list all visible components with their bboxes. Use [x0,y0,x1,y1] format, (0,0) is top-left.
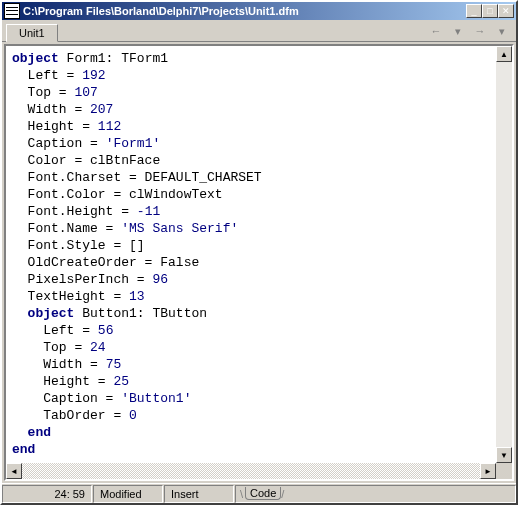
scroll-track[interactable] [22,463,480,479]
number: 207 [90,102,113,117]
code-text: Font.Height = [12,204,137,219]
code-text: OldCreateOrder = False [12,254,490,271]
code-text: Top = [12,85,74,100]
code-text: TextHeight = [12,289,129,304]
editor-area: object Form1: TForm1 Left = 192 Top = 10… [2,42,516,483]
code-text: Left = [12,68,82,83]
editor-container: object Form1: TForm1 Left = 192 Top = 10… [4,44,514,481]
code-text: Color = clBtnFace [12,152,490,169]
tab-bar: Unit1 ← ▾ → ▾ [2,20,516,42]
horizontal-scrollbar[interactable]: ◄ ► [6,463,512,479]
scroll-up-icon[interactable]: ▲ [496,46,512,62]
scroll-down-icon[interactable]: ▼ [496,447,512,463]
keyword: end [12,425,51,440]
nav-buttons: ← ▾ → ▾ [426,23,516,41]
document-icon [4,3,20,19]
code-text: Width = [12,102,90,117]
number: 56 [98,323,114,338]
nav-dropdown-icon[interactable]: ▾ [448,23,468,39]
tab-unit1[interactable]: Unit1 [6,24,58,42]
keyword: end [12,442,35,457]
maximize-button[interactable]: □ [482,4,498,18]
nav-back-button[interactable]: ← [426,23,446,39]
titlebar[interactable]: C:\Program Files\Borland\Delphi7\Project… [2,2,516,20]
close-button[interactable]: ✕ [498,4,514,18]
code-text: TabOrder = [12,408,129,423]
insert-mode: Insert [164,485,234,503]
number: 75 [106,357,122,372]
code-text: Caption = [12,391,121,406]
number: -11 [137,204,160,219]
vertical-scrollbar[interactable]: ▲ ▼ [496,46,512,463]
number: 25 [113,374,129,389]
number: 96 [152,272,168,287]
status-rest: \Code/ [235,485,516,503]
statusbar: 24: 59 Modified Insert \Code/ [2,483,516,503]
modified-indicator: Modified [93,485,163,503]
editor-body: object Form1: TForm1 Left = 192 Top = 10… [6,46,512,463]
number: 107 [74,85,97,100]
code-text: PixelsPerInch = [12,272,152,287]
scroll-left-icon[interactable]: ◄ [6,463,22,479]
window-title: C:\Program Files\Borland\Delphi7\Project… [23,5,466,17]
string: 'Form1' [106,136,161,151]
scroll-right-icon[interactable]: ► [480,463,496,479]
code-text: Font.Name = [12,221,121,236]
code-text: Width = [12,357,106,372]
number: 13 [129,289,145,304]
number: 24 [90,340,106,355]
scroll-track[interactable] [496,62,512,447]
code-text: Top = [12,340,90,355]
window-controls: _ □ ✕ [466,4,514,18]
scrollbar-corner [496,463,512,479]
minimize-button[interactable]: _ [466,4,482,18]
code-text: Caption = [12,136,106,151]
keyword: object [12,51,59,66]
code-text: Height = [12,374,113,389]
nav-dropdown-icon[interactable]: ▾ [492,23,512,39]
main-window: C:\Program Files\Borland\Delphi7\Project… [0,0,518,505]
view-tab-code[interactable]: Code [245,487,281,500]
code-text: Height = [12,119,98,134]
number: 112 [98,119,121,134]
code-text: Button1: TButton [74,306,207,321]
code-text: Font.Style = [] [12,237,490,254]
code-editor[interactable]: object Form1: TForm1 Left = 192 Top = 10… [6,46,496,463]
string: 'Button1' [121,391,191,406]
nav-forward-button[interactable]: → [470,23,490,39]
number: 192 [82,68,105,83]
code-text: Font.Color = clWindowText [12,186,490,203]
string: 'MS Sans Serif' [121,221,238,236]
keyword: object [12,306,74,321]
cursor-position: 24: 59 [2,485,92,503]
code-text: Left = [12,323,98,338]
code-text: Font.Charset = DEFAULT_CHARSET [12,169,490,186]
code-text: Form1: TForm1 [59,51,168,66]
number: 0 [129,408,137,423]
